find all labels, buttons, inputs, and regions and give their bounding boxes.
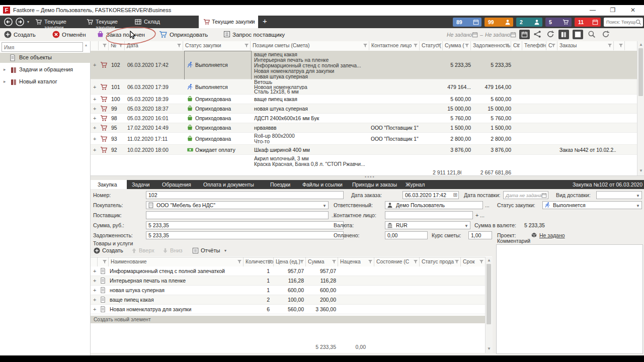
- detail-tab-trips[interactable]: Поездки: [270, 182, 290, 188]
- filter-icon[interactable]: [455, 260, 459, 264]
- expand-icon[interactable]: +: [93, 297, 96, 303]
- column-header-positions[interactable]: Позиции сметы (Смета): [251, 41, 369, 50]
- maximize-button[interactable]: ❐: [603, 5, 623, 16]
- archive-button[interactable]: [558, 30, 569, 39]
- order-date-field[interactable]: 06.03.2020 17:42 ⊞: [403, 191, 459, 199]
- scroll-up-icon[interactable]: ▲: [639, 42, 643, 47]
- goods-col-state[interactable]: Состояние (С: [374, 257, 420, 266]
- filter-icon[interactable]: [479, 260, 484, 264]
- expand-icon[interactable]: +: [93, 62, 96, 68]
- search-input[interactable]: [605, 18, 636, 26]
- close-button[interactable]: ✕: [623, 5, 643, 16]
- forward-icon[interactable]: [16, 18, 24, 26]
- move-up-icon[interactable]: [131, 247, 137, 254]
- date-to-filter[interactable]: Не задано: [485, 32, 510, 38]
- buyer-select[interactable]: ООО "Мебель без НДС" ▼: [146, 201, 329, 209]
- badge-person-orange[interactable]: 99: [485, 18, 513, 27]
- scrollbar-thumb[interactable]: [487, 264, 491, 324]
- goods-new-item-row[interactable]: Создать новый элемент: [91, 316, 485, 323]
- date-picker-icon[interactable]: ⊞: [453, 192, 457, 198]
- expand-icon[interactable]: +: [93, 136, 96, 142]
- table-row[interactable]: + 101 06.03.2020 17:39 Выполняется Ветош…: [91, 79, 637, 95]
- back-icon[interactable]: [4, 18, 13, 26]
- calendar-icon[interactable]: [472, 32, 478, 38]
- goods-row[interactable]: + новая штука суперная 1 600,00 600,00: [91, 286, 485, 295]
- goods-col-price[interactable]: Цена (ед.): [274, 257, 306, 266]
- table-row[interactable]: + 95 17.02.2020 14:49 Оприходована нрвая…: [91, 123, 637, 133]
- table-scrollbar[interactable]: ▲ ▼: [637, 41, 644, 176]
- filter-icon[interactable]: [414, 260, 418, 264]
- filter-icon[interactable]: [237, 260, 242, 264]
- expand-icon[interactable]: +: [93, 306, 96, 312]
- filter-icon[interactable]: [300, 260, 304, 264]
- debt-field[interactable]: 5 233,35: [146, 231, 344, 239]
- chevron-down-icon[interactable]: ▾: [224, 248, 226, 253]
- scroll-up-icon[interactable]: ▲: [487, 258, 491, 262]
- project-link[interactable]: Не задано: [539, 232, 565, 238]
- column-header-extra[interactable]: [614, 41, 625, 50]
- expand-icon[interactable]: +: [93, 278, 96, 284]
- scroll-down-icon[interactable]: ▼: [639, 168, 643, 173]
- responsible-field[interactable]: Демо Пользователь: [385, 201, 483, 209]
- currency-select[interactable]: RUR ▼: [385, 221, 470, 229]
- recycle-icon[interactable]: [533, 30, 541, 38]
- splitter-grip[interactable]: ••••: [365, 174, 375, 179]
- filter-icon[interactable]: [245, 44, 249, 48]
- delivery-kind-select[interactable]: ▼: [596, 191, 642, 199]
- expand-icon[interactable]: +: [93, 287, 96, 293]
- table-row-partial[interactable]: Акрил молочный, 3 ммКраска Красная, Банк…: [91, 155, 637, 169]
- column-header-orders[interactable]: Заказы: [557, 41, 614, 50]
- table-row[interactable]: + 92 10.02.2020 18:00 Ожидает оплату Шка…: [91, 145, 637, 155]
- expand-icon[interactable]: +: [93, 106, 96, 112]
- detail-tab-files-links[interactable]: Файлы и ссылки: [302, 182, 343, 188]
- expand-icon[interactable]: +: [93, 147, 96, 153]
- detail-tab-tasks[interactable]: Задачи: [132, 182, 149, 188]
- goods-col-name[interactable]: Наименование: [109, 257, 244, 266]
- expand-icon[interactable]: +: [93, 125, 96, 131]
- table-row[interactable]: + 102 06.03.2020 17:42 Выполняется ваще …: [91, 51, 637, 79]
- filter-icon[interactable]: [465, 44, 469, 48]
- column-header-status[interactable]: Статус закупки: [183, 41, 251, 50]
- plus-circle-icon[interactable]: [94, 247, 100, 254]
- sidebar-item-new-catalog[interactable]: ▸ Новый каталог: [0, 77, 91, 87]
- table-row[interactable]: + 100 05.03.2020 18:39 Оприходована ваще…: [91, 95, 637, 104]
- expand-icon[interactable]: +: [93, 84, 96, 90]
- goods-scrollbar[interactable]: ▲ ▼: [485, 257, 493, 353]
- detail-tab-payment-docs[interactable]: Оплата и документы: [203, 182, 254, 188]
- column-header-sum[interactable]: Сумма (: [443, 41, 471, 50]
- workflow-icon[interactable]: [546, 30, 554, 38]
- filter-icon[interactable]: [332, 260, 336, 264]
- paid-field[interactable]: 0,00: [385, 231, 428, 239]
- detail-tab-receipts-orders[interactable]: Приходы и заказы: [352, 182, 397, 188]
- number-field[interactable]: 102: [146, 191, 344, 199]
- badge-cart-purple[interactable]: 5: [545, 18, 572, 27]
- col-type[interactable]: [98, 257, 109, 266]
- expand-icon[interactable]: +: [93, 96, 96, 102]
- tab-purchases-active[interactable]: Текущие закупки ×: [199, 16, 258, 28]
- refresh-icon[interactable]: [602, 30, 610, 38]
- chevron-down-icon[interactable]: ▼: [323, 204, 327, 208]
- column-header-debt[interactable]: Задолженность: [471, 41, 511, 50]
- nav-dropdown-icon[interactable]: ▾: [27, 20, 29, 24]
- calendar-report-button[interactable]: [519, 30, 530, 39]
- minimize-button[interactable]: —: [583, 5, 603, 16]
- estimate-rate-field[interactable]: 1,00: [468, 231, 492, 239]
- goods-col-sum[interactable]: Сумма: [306, 257, 338, 266]
- goods-create-button[interactable]: Создать: [102, 247, 123, 253]
- goods-row[interactable]: + Новая номенклатруа для закупки 6 560,0…: [91, 305, 485, 314]
- filter-icon[interactable]: [177, 44, 181, 48]
- scrollbar-thumb[interactable]: [638, 48, 643, 96]
- badge-person-teal[interactable]: 2: [516, 18, 542, 27]
- column-header-c[interactable]: С: [546, 41, 557, 50]
- chevron-down-icon[interactable]: ▼: [464, 224, 468, 228]
- expand-chevron-icon[interactable]: ▸: [4, 79, 6, 84]
- filter-icon[interactable]: [368, 260, 372, 264]
- tab-close-icon[interactable]: ×: [251, 18, 254, 24]
- column-header-phone[interactable]: Телефон: [522, 41, 546, 50]
- chevron-down-icon[interactable]: ▼: [636, 194, 640, 198]
- delivery-date-field[interactable]: Дата не задана: [503, 191, 548, 199]
- scroll-up-icon[interactable]: ▴: [85, 43, 87, 47]
- badge-calendar-red[interactable]: 11: [575, 18, 601, 27]
- supplier-field[interactable]: [146, 211, 329, 219]
- goods-col-margin[interactable]: Наценка: [338, 257, 374, 266]
